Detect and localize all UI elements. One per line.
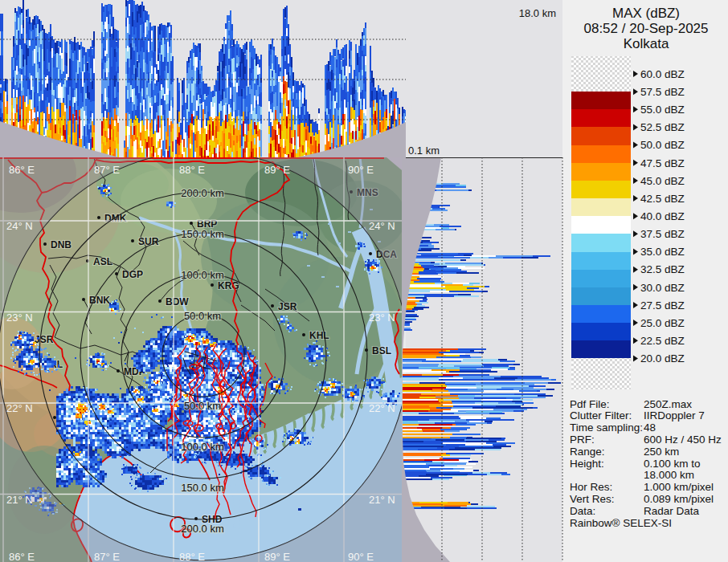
svg-text:0.089 km/pixel: 0.089 km/pixel <box>644 493 714 505</box>
svg-text:Kolkata: Kolkata <box>624 36 669 51</box>
svg-text:100.0 km: 100.0 km <box>181 441 223 453</box>
svg-text:18.0 km: 18.0 km <box>519 7 556 19</box>
svg-text:89° E: 89° E <box>264 164 290 176</box>
svg-text:24° N: 24° N <box>369 220 395 232</box>
svg-text:24° N: 24° N <box>6 220 33 232</box>
svg-text:88° E: 88° E <box>179 164 205 176</box>
svg-text:DGP: DGP <box>122 269 143 280</box>
svg-text:Data:: Data: <box>570 505 595 517</box>
svg-text:50.0 km: 50.0 km <box>184 400 221 412</box>
svg-text:21° N: 21° N <box>6 494 33 506</box>
svg-text:KRG: KRG <box>218 280 239 291</box>
svg-text:MAX (dBZ): MAX (dBZ) <box>612 6 680 21</box>
svg-text:Pdf File:: Pdf File: <box>570 398 610 410</box>
svg-text:250 km: 250 km <box>644 446 679 458</box>
svg-text:Hor Res:: Hor Res: <box>570 481 612 493</box>
svg-text:Radar Data: Radar Data <box>644 505 700 517</box>
svg-text:86° E: 86° E <box>9 551 35 562</box>
svg-text:18.000 km: 18.000 km <box>644 469 694 481</box>
svg-text:ASL: ASL <box>93 256 112 267</box>
svg-text:250Z.max: 250Z.max <box>644 398 692 410</box>
svg-text:55.0 dBZ: 55.0 dBZ <box>640 104 685 116</box>
svg-text:IIRDoppler 7: IIRDoppler 7 <box>644 409 705 422</box>
svg-text:35.0 dBZ: 35.0 dBZ <box>640 246 685 258</box>
svg-text:30.0 dBZ: 30.0 dBZ <box>640 282 685 294</box>
svg-text:BNK: BNK <box>89 295 110 306</box>
svg-text:27.5 dBZ: 27.5 dBZ <box>640 299 685 312</box>
svg-text:0.1 km: 0.1 km <box>408 145 440 157</box>
svg-text:90° E: 90° E <box>348 164 374 176</box>
svg-text:KHL: KHL <box>309 330 329 341</box>
svg-text:100.0 km: 100.0 km <box>181 269 223 281</box>
svg-text:60.0 dBZ: 60.0 dBZ <box>640 68 685 80</box>
svg-text:86° E: 86° E <box>9 164 35 176</box>
svg-text:45.0 dBZ: 45.0 dBZ <box>640 175 685 187</box>
svg-text:1.000 km/pixel: 1.000 km/pixel <box>644 481 714 493</box>
svg-text:87° E: 87° E <box>94 164 120 176</box>
svg-text:23° N: 23° N <box>369 312 395 324</box>
svg-text:21° N: 21° N <box>369 494 395 506</box>
svg-text:Height:: Height: <box>570 458 604 470</box>
svg-text:Vert Res:: Vert Res: <box>570 493 615 505</box>
svg-text:PRF:: PRF: <box>570 434 595 446</box>
svg-text:600 Hz / 450 Hz: 600 Hz / 450 Hz <box>644 434 722 446</box>
svg-text:Range:: Range: <box>570 446 605 458</box>
svg-text:37.5 dBZ: 37.5 dBZ <box>640 228 685 240</box>
svg-text:47.5 dBZ: 47.5 dBZ <box>640 157 685 169</box>
svg-text:42.5 dBZ: 42.5 dBZ <box>640 193 685 205</box>
svg-text:22° N: 22° N <box>369 402 395 414</box>
svg-text:JSR: JSR <box>278 301 297 312</box>
svg-text:40.0 dBZ: 40.0 dBZ <box>640 210 685 222</box>
svg-text:88° E: 88° E <box>179 551 205 562</box>
svg-text:200.0 km: 200.0 km <box>181 187 223 199</box>
svg-text:DMK: DMK <box>104 213 127 224</box>
svg-text:90° E: 90° E <box>348 551 374 562</box>
svg-text:50.0 km: 50.0 km <box>184 310 221 322</box>
svg-text:20.0 dBZ: 20.0 dBZ <box>640 352 685 364</box>
svg-text:32.5 dBZ: 32.5 dBZ <box>640 263 685 275</box>
svg-text:87° E: 87° E <box>94 551 120 562</box>
svg-text:0.100 km to: 0.100 km to <box>644 458 701 470</box>
svg-text:200.0 km: 200.0 km <box>181 523 223 535</box>
svg-text:BDW: BDW <box>166 296 189 307</box>
svg-text:25.0 dBZ: 25.0 dBZ <box>640 317 685 329</box>
svg-text:52.5 dBZ: 52.5 dBZ <box>640 121 685 133</box>
svg-text:22° N: 22° N <box>6 402 33 414</box>
svg-text:SUR: SUR <box>138 236 159 247</box>
svg-text:08:52 / 20-Sep-2025: 08:52 / 20-Sep-2025 <box>583 21 708 36</box>
svg-text:Time sampling:: Time sampling: <box>570 422 643 434</box>
svg-text:BSL: BSL <box>372 345 391 356</box>
svg-text:Clutter Filter:: Clutter Filter: <box>570 409 632 422</box>
svg-text:DNB: DNB <box>51 239 72 250</box>
svg-text:48: 48 <box>644 422 656 434</box>
svg-text:57.5 dBZ: 57.5 dBZ <box>640 86 685 98</box>
svg-text:23° N: 23° N <box>6 312 33 324</box>
svg-text:Rainbow® SELEX-SI: Rainbow® SELEX-SI <box>570 517 672 529</box>
svg-text:89° E: 89° E <box>264 551 290 562</box>
svg-text:150.0 km: 150.0 km <box>181 228 223 240</box>
svg-text:22.5 dBZ: 22.5 dBZ <box>640 335 685 347</box>
svg-text:50.0 dBZ: 50.0 dBZ <box>640 139 685 151</box>
svg-text:150.0 km: 150.0 km <box>181 482 223 494</box>
